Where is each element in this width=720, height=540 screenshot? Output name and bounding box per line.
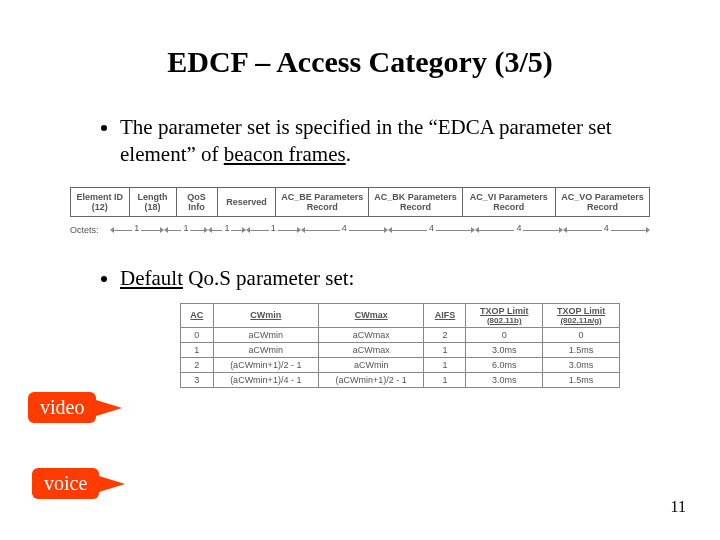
callout-video: video (28, 392, 96, 423)
octet-arrow: 1 (164, 223, 208, 237)
cell: 0 (181, 327, 214, 342)
field-ac-vi: AC_VI Parameters Record (463, 188, 556, 217)
page-number: 11 (671, 498, 686, 516)
bullet-1-text-c: . (346, 142, 351, 166)
cell: 1 (424, 372, 466, 387)
qos-table-wrap: AC CWmin CWmax AIFS TXOP Limit(802.11b) … (180, 303, 620, 388)
th-txop-ag: TXOP Limit(802.11a/g) (543, 303, 620, 327)
octet-arrow: 4 (475, 223, 562, 237)
octet-arrow: 4 (388, 223, 475, 237)
cell: 3.0ms (543, 357, 620, 372)
th-txop-ag-l1: TXOP Limit (557, 306, 605, 316)
cell: 1 (181, 342, 214, 357)
octet-arrow: 4 (301, 223, 388, 237)
bullet-1-text-a: The parameter set is specified in the “E… (120, 115, 612, 166)
bullet-2-underlined: Default (120, 266, 183, 290)
field-ac-bk: AC_BK Parameters Record (369, 188, 462, 217)
th-cwmax: CWmax (319, 303, 424, 327)
th-cwmin: CWmin (213, 303, 318, 327)
cell: 6.0ms (466, 357, 543, 372)
slide: EDCF – Access Category (3/5) The paramet… (0, 0, 720, 540)
cell: (aCWmin+1)/2 - 1 (319, 372, 424, 387)
bullet-list-1: The parameter set is specified in the “E… (40, 114, 680, 169)
cell: 3 (181, 372, 214, 387)
octet-arrow: 1 (208, 223, 246, 237)
field-qos-info: QoS Info (177, 188, 218, 217)
cell: 3.0ms (466, 342, 543, 357)
th-txop-b-l2: (802.11b) (472, 316, 536, 325)
th-txop-b-l1: TXOP Limit (480, 306, 528, 316)
field-row: Element ID (12) Length (18) QoS Info Res… (70, 187, 650, 218)
octet-val: 1 (132, 223, 141, 233)
th-ac: AC (181, 303, 214, 327)
bullet-1: The parameter set is specified in the “E… (120, 114, 680, 169)
octet-val: 4 (340, 223, 349, 233)
bullet-2-text: Qo.S parameter set: (183, 266, 354, 290)
edca-element-diagram: Element ID (12) Length (18) QoS Info Res… (70, 187, 650, 238)
field-reserved: Reserved (218, 188, 277, 217)
octets-row: Octets: 1 1 1 1 4 4 4 4 (70, 223, 650, 237)
cell: aCWmax (319, 342, 424, 357)
th-txop-b: TXOP Limit(802.11b) (466, 303, 543, 327)
field-ac-be: AC_BE Parameters Record (276, 188, 369, 217)
octet-arrow: 1 (246, 223, 301, 237)
octet-val: 1 (222, 223, 231, 233)
cell: 2 (181, 357, 214, 372)
slide-title: EDCF – Access Category (3/5) (40, 45, 680, 79)
octets-label: Octets: (70, 225, 110, 235)
field-element-id: Element ID (12) (71, 188, 130, 217)
cell: aCWmax (319, 327, 424, 342)
cell: (aCWmin+1)/4 - 1 (213, 372, 318, 387)
field-ac-vo: AC_VO Parameters Record (556, 188, 649, 217)
bullet-list-2: Default Qo.S parameter set: (40, 265, 680, 292)
callout-voice: voice (32, 468, 99, 499)
bullet-2: Default Qo.S parameter set: (120, 265, 680, 292)
field-length: Length (18) (130, 188, 177, 217)
table-row: 1 aCWmin aCWmax 1 3.0ms 1.5ms (181, 342, 620, 357)
cell: 1 (424, 342, 466, 357)
cell: 1 (424, 357, 466, 372)
octet-val: 1 (181, 223, 190, 233)
cell: 3.0ms (466, 372, 543, 387)
table-header-row: AC CWmin CWmax AIFS TXOP Limit(802.11b) … (181, 303, 620, 327)
octet-val: 4 (427, 223, 436, 233)
bullet-1-underlined: beacon frames (224, 142, 346, 166)
cell: 0 (543, 327, 620, 342)
cell: 0 (466, 327, 543, 342)
table-row: 2 (aCWmin+1)/2 - 1 aCWmin 1 6.0ms 3.0ms (181, 357, 620, 372)
octet-arrow: 1 (110, 223, 165, 237)
th-aifs: AIFS (424, 303, 466, 327)
cell: aCWmin (213, 327, 318, 342)
cell: (aCWmin+1)/2 - 1 (213, 357, 318, 372)
octet-val: 4 (602, 223, 611, 233)
cell: 1.5ms (543, 372, 620, 387)
th-txop-ag-l2: (802.11a/g) (549, 316, 613, 325)
cell: aCWmin (319, 357, 424, 372)
cell: 2 (424, 327, 466, 342)
octet-val: 1 (269, 223, 278, 233)
cell: aCWmin (213, 342, 318, 357)
octet-arrow: 4 (563, 223, 650, 237)
qos-parameter-table: AC CWmin CWmax AIFS TXOP Limit(802.11b) … (180, 303, 620, 388)
cell: 1.5ms (543, 342, 620, 357)
octet-val: 4 (514, 223, 523, 233)
table-row: 0 aCWmin aCWmax 2 0 0 (181, 327, 620, 342)
table-row: 3 (aCWmin+1)/4 - 1 (aCWmin+1)/2 - 1 1 3.… (181, 372, 620, 387)
